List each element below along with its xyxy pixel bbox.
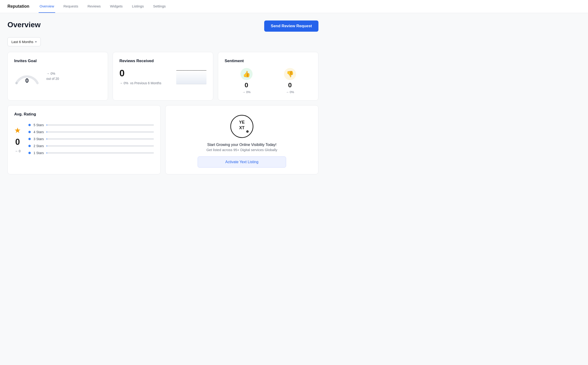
rating-row-3: 3 Stars <box>28 137 154 141</box>
top-navigation: Reputation Overview Requests Reviews Wid… <box>0 0 588 13</box>
reviews-received-content: 0 → 0% vs Previous 6 Months <box>119 68 206 85</box>
rating-bar-track-5 <box>47 124 154 126</box>
nav-item-overview[interactable]: Overview <box>39 0 55 13</box>
avg-left: ★ 0 → 0 <box>14 121 21 153</box>
rating-bar-track-2 <box>47 145 154 147</box>
bottom-row: Avg. Rating ★ 0 → 0 5 Stars <box>7 105 318 174</box>
invites-goal-card: Invites Goal 0 → 0% out of 20 <box>7 52 108 101</box>
rating-bar-fill-2 <box>47 145 47 147</box>
rating-label-2: 2 Stars <box>34 144 44 148</box>
sentiment-negative-pct: → 0% <box>286 90 294 94</box>
rating-bar-fill-1 <box>47 152 47 154</box>
avg-rating-inner: ★ 0 → 0 5 Stars 4 Stars <box>14 121 154 155</box>
rating-row-2: 2 Stars <box>28 144 154 148</box>
rating-label-1: 1 Stars <box>34 151 44 155</box>
page-title: Overview <box>7 21 41 29</box>
reviews-big-number: 0 <box>119 68 172 78</box>
invites-goal-title: Invites Goal <box>14 59 101 63</box>
nav-item-listings[interactable]: Listings <box>131 0 145 13</box>
rating-dot-4 <box>28 131 31 133</box>
rating-label-3: 3 Stars <box>34 137 44 141</box>
avg-rating-card: Avg. Rating ★ 0 → 0 5 Stars <box>7 105 161 174</box>
svg-text:XT: XT <box>239 126 245 130</box>
reviews-left: 0 → 0% vs Previous 6 Months <box>119 68 172 85</box>
rating-row-5: 5 Stars <box>28 123 154 127</box>
sentiment-positive-number: 0 <box>245 82 248 89</box>
yext-text-block: Start Growing your Online Visibility Tod… <box>206 143 278 152</box>
rating-label-4: 4 Stars <box>34 130 44 134</box>
svg-text:YE: YE <box>239 120 245 125</box>
reviews-chart <box>176 68 206 84</box>
invites-pct: → 0% <box>46 72 59 75</box>
page-header: Overview Send Review Request <box>7 21 318 32</box>
reviews-received-title: Reviews Received <box>119 59 206 63</box>
nav-item-settings[interactable]: Settings <box>152 0 167 13</box>
nav-item-requests[interactable]: Requests <box>63 0 79 13</box>
rating-dot-1 <box>28 152 31 154</box>
sentiment-card: Sentiment 👍 0 → 0% 👎 0 → 0% <box>218 52 318 101</box>
rating-bar-fill-5 <box>47 124 47 126</box>
activate-yext-button[interactable]: Activate Yext Listing <box>198 156 286 168</box>
sentiment-positive-pct: → 0% <box>242 90 251 94</box>
svg-text:®: ® <box>247 131 248 133</box>
star-icon: ★ <box>14 126 21 135</box>
avg-number: 0 <box>15 137 20 147</box>
rating-bar-fill-4 <box>47 131 47 133</box>
sentiment-negative: 👎 0 → 0% <box>284 68 296 94</box>
yext-headline: Start Growing your Online Visibility Tod… <box>206 143 278 147</box>
avg-rating-title: Avg. Rating <box>14 112 154 117</box>
rating-label-5: 5 Stars <box>34 123 44 127</box>
nav-item-reviews[interactable]: Reviews <box>87 0 102 13</box>
thumbs-down-icon: 👎 <box>284 68 296 80</box>
yext-logo: YE XT ® <box>230 115 253 138</box>
reviews-bottom: → 0% vs Previous 6 Months <box>119 81 172 85</box>
page-content: Overview Send Review Request Last 6 Mont… <box>0 13 326 182</box>
yext-sub: Get listed across 95+ Digital services G… <box>206 148 278 152</box>
date-filter-dropdown[interactable]: Last 6 Months ▾ <box>7 37 41 46</box>
reviews-pct: → 0% <box>119 81 128 85</box>
send-review-button[interactable]: Send Review Request <box>264 21 318 32</box>
rating-bar-track-1 <box>47 152 154 154</box>
sentiment-negative-number: 0 <box>288 82 292 89</box>
rating-row-1: 1 Stars <box>28 151 154 155</box>
sentiment-positive: 👍 0 → 0% <box>240 68 252 94</box>
rating-dot-5 <box>28 124 31 126</box>
gauge-wrap: 0 <box>14 68 40 84</box>
invites-stats: → 0% out of 20 <box>46 72 59 81</box>
cards-row: Invites Goal 0 → 0% out of 20 Reviews Re… <box>7 52 318 101</box>
invites-out-of: out of 20 <box>46 77 59 81</box>
filter-label: Last 6 Months <box>11 40 33 44</box>
rating-row-4: 4 Stars <box>28 130 154 134</box>
invites-goal-content: 0 → 0% out of 20 <box>14 68 101 84</box>
gauge-number: 0 <box>25 77 29 84</box>
brand-logo: Reputation <box>7 4 29 9</box>
nav-item-widgets[interactable]: Widgets <box>109 0 124 13</box>
rating-bar-fill-3 <box>47 138 47 140</box>
sentiment-title: Sentiment <box>225 59 312 63</box>
reviews-received-card: Reviews Received 0 → 0% vs Previous 6 Mo… <box>113 52 213 101</box>
rating-bar-track-4 <box>47 131 154 133</box>
rating-dot-3 <box>28 138 31 140</box>
chevron-down-icon: ▾ <box>35 40 37 43</box>
chart-bar-area <box>176 70 206 84</box>
thumbs-up-icon: 👍 <box>240 68 252 80</box>
avg-arrow: → 0 <box>15 149 21 153</box>
yext-card: YE XT ® Start Growing your Online Visibi… <box>165 105 318 174</box>
reviews-vs-label: vs Previous 6 Months <box>130 81 161 85</box>
sentiment-content: 👍 0 → 0% 👎 0 → 0% <box>225 68 312 94</box>
rating-bar-track-3 <box>47 138 154 140</box>
rating-bars: 5 Stars 4 Stars 3 Stars <box>28 121 154 155</box>
rating-dot-2 <box>28 145 31 147</box>
